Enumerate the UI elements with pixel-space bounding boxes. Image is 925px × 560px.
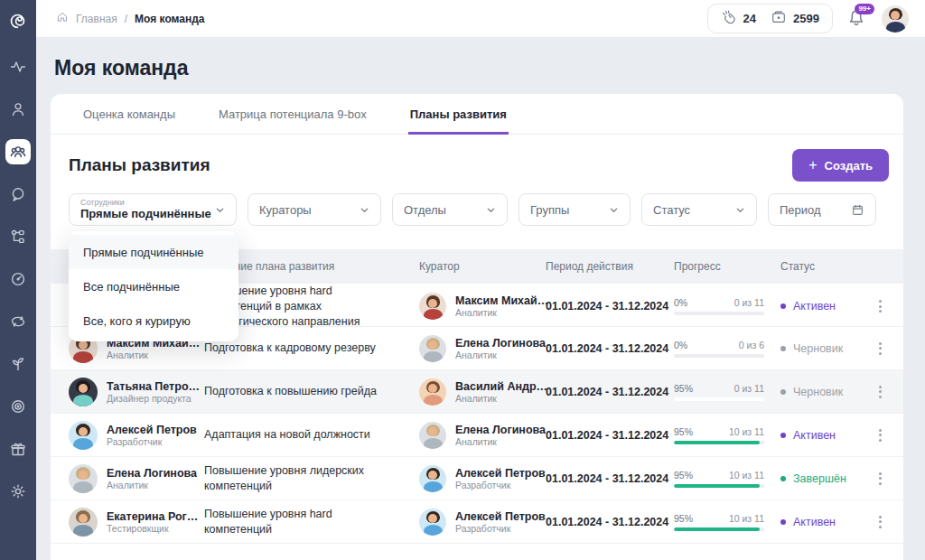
period-filter[interactable]: Период — [768, 193, 876, 226]
dropdown-option-all-reports[interactable]: Все подчинённые — [69, 269, 238, 303]
curator-role: Аналитик — [455, 350, 546, 360]
table-row[interactable]: Алексей ПетровРазработчик Адаптация на н… — [51, 414, 903, 457]
team-icon[interactable] — [5, 139, 31, 164]
employee-cell: Елена ЛогиноваАналитик — [69, 464, 204, 493]
user-avatar[interactable] — [882, 5, 909, 33]
employee-role: Дизайнер продукта — [107, 393, 201, 404]
progress-count: 10 из 11 — [729, 513, 764, 524]
progress-bar — [674, 484, 764, 488]
table-row[interactable]: Елена ЛогиноваАналитик Повышение уровня … — [51, 457, 903, 500]
topbar-right: 24 2599 99+ — [707, 4, 909, 33]
content-card: Оценка команды Матрица потенциала 9-box … — [51, 94, 903, 560]
status-dot — [780, 476, 786, 481]
departments-filter[interactable]: Отделы — [392, 193, 508, 226]
row-menu-kebab-icon[interactable] — [875, 339, 885, 359]
tabs: Оценка команды Матрица потенциала 9-box … — [51, 94, 903, 135]
employee-cell: Екатерина РоговаТестировкщик — [69, 508, 204, 537]
curator-cell: Василий АндреевАналитик — [419, 378, 546, 406]
main-content: Моя команда Оценка команды Матрица потен… — [36, 38, 925, 560]
points-counter[interactable]: 2599 — [771, 9, 819, 28]
period-value: 01.01.2024 - 31.12.2024 — [546, 300, 674, 313]
status-dot — [780, 303, 786, 309]
period-value: 01.01.2024 - 31.12.2024 — [546, 342, 674, 355]
row-menu-kebab-icon[interactable] — [875, 425, 885, 445]
avatar — [419, 335, 446, 362]
progress-cell: 95%0 из 11 — [674, 383, 780, 401]
avatar — [419, 509, 446, 536]
row-menu-kebab-icon[interactable] — [875, 512, 885, 532]
avatar — [419, 378, 446, 406]
wallet-icon — [771, 9, 787, 28]
chevron-down-icon — [215, 205, 225, 215]
row-menu-kebab-icon[interactable] — [875, 296, 885, 316]
curator-role: Аналитик — [455, 393, 549, 404]
progress-cell: 0%0 из 6 — [674, 340, 780, 358]
target-icon[interactable] — [5, 394, 31, 419]
activity-icon[interactable] — [5, 54, 31, 79]
progress-cell: 95%10 из 11 — [674, 470, 780, 488]
curator-name: Василий Андреев — [455, 380, 549, 393]
growth-icon[interactable] — [5, 351, 31, 377]
chat-icon[interactable] — [5, 182, 31, 207]
status-badge: Завершён — [780, 472, 864, 485]
profile-icon[interactable] — [5, 97, 31, 122]
breadcrumb-current: Моя команда — [135, 13, 204, 25]
employees-dropdown-menu: Прямые подчинённые Все подчинённые Все, … — [69, 231, 238, 341]
avatar — [69, 421, 98, 450]
chevron-down-icon — [486, 205, 496, 215]
claps-count: 24 — [743, 12, 756, 25]
header-period: Период действия — [546, 260, 674, 273]
groups-filter[interactable]: Группы — [519, 193, 631, 226]
notifications-bell-icon[interactable]: 99+ — [846, 7, 868, 31]
tab-team-assessment[interactable]: Оценка команды — [81, 94, 177, 135]
chevron-down-icon — [609, 205, 619, 215]
tab-9box-matrix[interactable]: Матрица потенциала 9-box — [217, 94, 369, 135]
curator-name: Елена Логинова — [455, 424, 546, 436]
dropdown-option-all-curated[interactable]: Все, кого я курирую — [69, 303, 238, 338]
org-structure-icon[interactable] — [5, 224, 31, 249]
progress-bar — [674, 354, 764, 358]
status-filter[interactable]: Статус — [641, 193, 757, 226]
employees-filter[interactable]: Сотрудники Прямые подчинённые Прямые под… — [69, 193, 237, 226]
row-menu-kebab-icon[interactable] — [875, 469, 885, 489]
curators-filter[interactable]: Кураторы — [248, 193, 381, 226]
breadcrumb-home-label[interactable]: Главная — [76, 13, 117, 25]
status-dot — [780, 433, 786, 438]
progress-bar — [674, 441, 764, 444]
progress-count: 0 из 6 — [739, 340, 764, 350]
avatar — [69, 464, 98, 493]
status-badge: Черновик — [780, 342, 864, 355]
avatar — [419, 422, 446, 449]
topbar: Главная / Моя команда 24 2599 99+ — [36, 0, 925, 38]
settings-icon[interactable] — [5, 479, 31, 504]
tab-development-plans[interactable]: Планы развития — [408, 94, 509, 135]
section-title: Планы развития — [69, 155, 210, 175]
progress-percent: 95% — [674, 513, 693, 524]
employee-role: Разработчик — [107, 436, 197, 447]
claps-counter[interactable]: 24 — [721, 9, 756, 28]
employee-role: Аналитик — [107, 480, 197, 490]
avatar — [419, 293, 446, 320]
sidebar — [0, 0, 36, 560]
home-icon[interactable] — [56, 11, 69, 26]
progress-bar — [674, 397, 764, 401]
avatar — [419, 465, 446, 492]
create-button[interactable]: + Создать — [792, 149, 889, 182]
clap-icon — [721, 9, 737, 28]
curator-cell: Елена ЛогиноваАналитик — [419, 335, 546, 362]
row-menu-kebab-icon[interactable] — [875, 382, 885, 402]
curator-role: Аналитик — [455, 436, 546, 447]
app-logo-spiral-icon[interactable] — [6, 7, 30, 31]
progress-cell: 95%10 из 11 — [674, 513, 780, 531]
table-row[interactable]: Татьяна ПетроваДизайнер продукта Подгото… — [51, 370, 903, 414]
progress-bar — [674, 312, 764, 315]
chevron-down-icon — [735, 205, 745, 215]
gauge-icon[interactable] — [5, 266, 31, 292]
dropdown-option-direct-reports[interactable]: Прямые подчинённые — [69, 235, 238, 269]
curator-cell: Алексей ПетровРазработчик — [419, 509, 546, 536]
curator-name: Максим Михайл… — [455, 294, 549, 307]
gift-icon[interactable] — [5, 436, 31, 462]
employee-name: Татьяна Петрова — [107, 380, 201, 393]
cycle-icon[interactable] — [5, 309, 31, 334]
table-row[interactable]: Екатерина РоговаТестировкщик Повышение у… — [51, 500, 903, 544]
